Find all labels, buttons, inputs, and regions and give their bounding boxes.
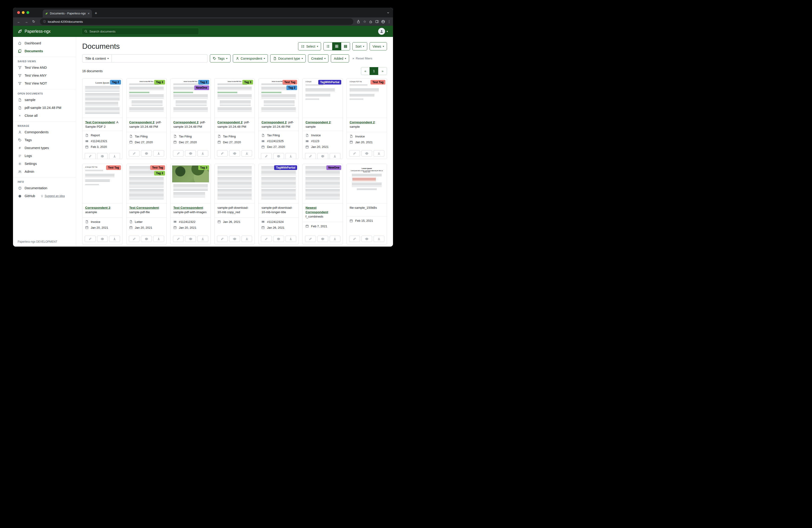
- edit-button[interactable]: [349, 236, 360, 242]
- sidebar-item-test-view-and[interactable]: Test View AND: [13, 63, 76, 72]
- filter-text-input[interactable]: [112, 54, 207, 62]
- side-panel-icon[interactable]: [375, 20, 379, 24]
- tag-badge[interactable]: Tag 2: [110, 80, 121, 85]
- document-preview[interactable]: Tag 2Lorem Ipsum: [83, 79, 122, 118]
- sort-button[interactable]: Sort ▾: [352, 42, 367, 51]
- tag-badge[interactable]: TagWithPartial: [318, 80, 341, 85]
- correspondent-filter-button[interactable]: Correspondent ▾: [233, 54, 268, 62]
- bookmark-star-icon[interactable]: ☆: [363, 19, 367, 24]
- sidebar-item-settings[interactable]: Settings: [13, 160, 76, 168]
- title-content-dropdown[interactable]: Title & content ▾: [82, 54, 112, 62]
- sidebar-item-documentation[interactable]: Documentation: [13, 184, 76, 192]
- document-preview[interactable]: [215, 164, 255, 203]
- browser-tab[interactable]: Documents - Paperless-ngx ×: [43, 10, 92, 17]
- site-info-icon[interactable]: ⓘ: [43, 20, 46, 24]
- view-button[interactable]: [361, 236, 372, 242]
- document-preview[interactable]: NewOne: [303, 164, 343, 203]
- sidebar-item-document-types[interactable]: # Document types: [13, 144, 76, 152]
- edit-button[interactable]: [261, 236, 272, 242]
- view-button[interactable]: [317, 153, 328, 159]
- correspondent-link[interactable]: Test Correspondent: [129, 206, 159, 210]
- close-all-button[interactable]: × Close all: [13, 112, 76, 119]
- download-button[interactable]: [374, 150, 385, 157]
- edit-button[interactable]: [173, 236, 184, 242]
- forward-icon[interactable]: →: [23, 20, 29, 24]
- reset-filters-button[interactable]: × Reset filters: [352, 56, 372, 60]
- views-button[interactable]: Views ▾: [369, 42, 387, 51]
- view-button[interactable]: [273, 153, 284, 159]
- sidebar-item-tags[interactable]: Tags: [13, 136, 76, 144]
- view-button[interactable]: [141, 150, 152, 157]
- suggest-idea-link[interactable]: Suggest an idea: [41, 194, 65, 198]
- sidebar-item-logs[interactable]: Logs: [13, 152, 76, 160]
- created-filter-button[interactable]: Created ▾: [308, 54, 329, 62]
- download-button[interactable]: [109, 236, 120, 242]
- profile-avatar-icon[interactable]: [381, 20, 385, 24]
- view-button[interactable]: [229, 236, 240, 242]
- view-button[interactable]: [97, 153, 108, 159]
- correspondent-link[interactable]: Correspondent 2: [85, 206, 110, 210]
- correspondent-link[interactable]: Newest Correspondent: [305, 206, 328, 214]
- sidebar-item-admin[interactable]: Admin: [13, 168, 76, 175]
- correspondent-link[interactable]: Correspondent 2: [129, 120, 154, 124]
- view-button[interactable]: [229, 150, 240, 157]
- prev-page-button[interactable]: «: [361, 67, 370, 75]
- document-preview[interactable]: Test TagA Simple PDF File: [347, 79, 387, 118]
- list-view-button[interactable]: [323, 42, 332, 51]
- edit-button[interactable]: [85, 236, 96, 242]
- back-icon[interactable]: ←: [16, 20, 22, 24]
- edit-button[interactable]: [217, 150, 228, 157]
- view-button[interactable]: [97, 236, 108, 242]
- address-bar[interactable]: ⓘ localhost:4200/documents: [40, 18, 353, 25]
- download-button[interactable]: [109, 153, 120, 159]
- tag-badge[interactable]: TagWithPartial: [274, 165, 297, 170]
- download-button[interactable]: [242, 236, 252, 242]
- view-button[interactable]: [317, 236, 328, 242]
- download-button[interactable]: [242, 150, 252, 157]
- global-search[interactable]: [82, 28, 199, 35]
- view-button[interactable]: [185, 150, 196, 157]
- document-preview[interactable]: Test TagTag 2Adobe Acrobat PDF Files: [259, 79, 299, 118]
- sidebar-item-test-view-not[interactable]: Test View NOT: [13, 80, 76, 87]
- tab-close-icon[interactable]: ×: [88, 12, 90, 15]
- document-preview[interactable]: Tag 3: [171, 164, 211, 203]
- tag-badge[interactable]: Test Tag: [106, 165, 121, 170]
- edit-button[interactable]: [217, 236, 228, 242]
- sidebar-item-github[interactable]: GitHub Suggest an idea: [13, 192, 76, 200]
- tab-search-chevron-icon[interactable]: [387, 11, 390, 15]
- document-preview[interactable]: Tag 2NewOneAdobe Acrobat PDF Files: [171, 79, 211, 118]
- extensions-puzzle-icon[interactable]: [369, 20, 373, 24]
- document-preview[interactable]: Tag 3Adobe Acrobat PDF Files: [127, 79, 166, 118]
- download-button[interactable]: [374, 236, 385, 242]
- search-input[interactable]: [89, 30, 197, 33]
- edit-button[interactable]: [305, 153, 316, 159]
- document-preview[interactable]: Test TagTag 3: [127, 164, 166, 203]
- download-button[interactable]: [197, 150, 208, 157]
- reload-icon[interactable]: ↻: [31, 19, 37, 24]
- correspondent-link[interactable]: Test Correspondent: [85, 120, 115, 124]
- correspondent-link[interactable]: Correspondent 2: [305, 120, 331, 124]
- added-filter-button[interactable]: Added ▾: [331, 54, 349, 62]
- tag-badge[interactable]: Test Tag: [371, 80, 385, 85]
- tag-badge[interactable]: Tag 3: [154, 171, 165, 175]
- download-button[interactable]: [153, 236, 164, 242]
- document-type-filter-button[interactable]: Document type ▾: [270, 54, 306, 62]
- correspondent-link[interactable]: Test Correspondent: [173, 206, 203, 210]
- edit-button[interactable]: [349, 150, 360, 157]
- tag-badge[interactable]: Tag 2: [287, 85, 297, 90]
- view-button[interactable]: [273, 236, 284, 242]
- edit-button[interactable]: [261, 153, 272, 159]
- select-button[interactable]: Select ▾: [298, 42, 321, 51]
- document-preview[interactable]: Tag 3Adobe Acrobat PDF Files: [215, 79, 255, 118]
- tag-badge[interactable]: Tag 3: [154, 80, 165, 85]
- detail-view-button[interactable]: [341, 42, 350, 51]
- download-button[interactable]: [286, 153, 296, 159]
- edit-button[interactable]: [129, 150, 140, 157]
- correspondent-link[interactable]: Correspondent 2: [350, 120, 375, 124]
- tag-badge[interactable]: NewOne: [327, 165, 341, 170]
- edit-button[interactable]: [173, 150, 184, 157]
- maximize-window-button[interactable]: [27, 11, 29, 14]
- grid-view-button[interactable]: [332, 42, 341, 51]
- download-button[interactable]: [286, 236, 296, 242]
- download-button[interactable]: [330, 153, 340, 159]
